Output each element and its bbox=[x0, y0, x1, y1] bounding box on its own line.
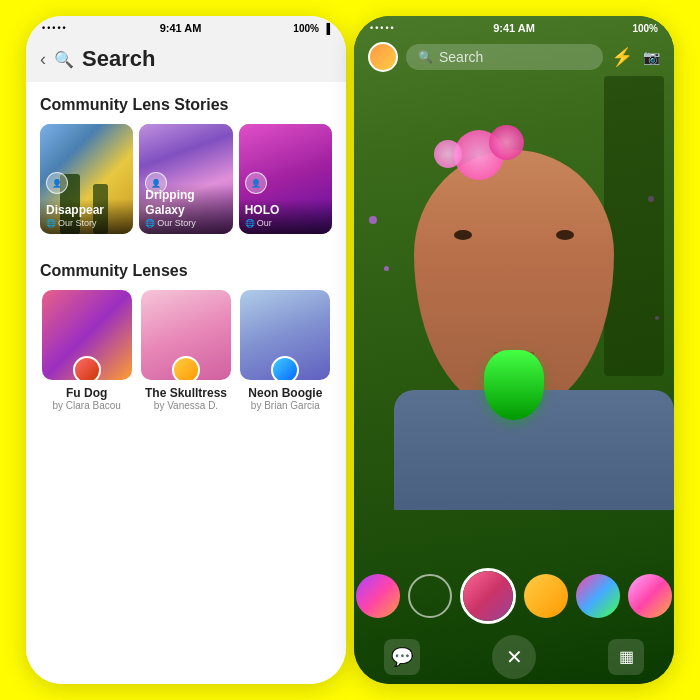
status-bar-right: ••••• 9:41 AM 100% bbox=[354, 16, 674, 38]
lenses-row: Fu Dog by Clara Bacou The Skulltress by … bbox=[26, 290, 346, 411]
story-sub-3: 🌐 Our bbox=[245, 218, 326, 228]
ar-drip-overlay bbox=[474, 350, 554, 430]
status-time-left: 9:41 AM bbox=[160, 22, 202, 34]
search-bar-right: 🔍 Search ⚡ 📷 bbox=[354, 38, 674, 80]
search-text-right: Search bbox=[439, 49, 483, 65]
chat-icon[interactable]: 💬 bbox=[384, 639, 420, 675]
lens-strip-item-active[interactable] bbox=[460, 568, 516, 624]
stories-row: 👤 Disappear 🌐 Our Story 👤 Dripping Ga bbox=[26, 124, 346, 248]
lens-card-fu-dog[interactable]: Fu Dog by Clara Bacou bbox=[40, 290, 133, 411]
battery-area-left: 100% ▐ bbox=[293, 23, 330, 34]
outer-container: ••••• 9:41 AM 100% ▐ ‹ 🔍 Search Communit… bbox=[4, 4, 696, 696]
battery-left: 100% bbox=[293, 23, 319, 34]
camera-face-area bbox=[364, 76, 664, 564]
lens-strip-item-1[interactable] bbox=[356, 574, 400, 618]
cancel-icon: ✕ bbox=[506, 645, 523, 669]
story-label-2: Dripping Galaxy 🌐 Our Story bbox=[139, 184, 232, 234]
back-arrow-icon[interactable]: ‹ bbox=[40, 49, 46, 70]
lens-badge-fu-dog bbox=[73, 356, 101, 380]
lens-strip-item-5[interactable] bbox=[576, 574, 620, 618]
lens-strip[interactable] bbox=[354, 568, 674, 624]
status-time-right: 9:41 AM bbox=[493, 22, 535, 34]
bottom-bar-right: 💬 ✕ ▦ bbox=[354, 629, 674, 684]
lens-name-skulltress: The Skulltress bbox=[145, 386, 227, 400]
search-bar-left: ‹ 🔍 Search bbox=[26, 38, 346, 82]
memories-symbol: ▦ bbox=[619, 647, 634, 666]
phone-left: ••••• 9:41 AM 100% ▐ ‹ 🔍 Search Communit… bbox=[26, 16, 346, 684]
lens-author-neon-boogie: by Brian Garcia bbox=[251, 400, 320, 411]
lens-author-skulltress: by Vanessa D. bbox=[154, 400, 218, 411]
lens-card-skulltress[interactable]: The Skulltress by Vanessa D. bbox=[139, 290, 232, 411]
signal-dots-right: ••••• bbox=[370, 23, 396, 33]
globe-icon-2: 🌐 bbox=[145, 219, 155, 228]
lens-strip-item-2[interactable] bbox=[408, 574, 452, 618]
globe-icon-1: 🌐 bbox=[46, 219, 56, 228]
lens-thumb-skulltress bbox=[141, 290, 231, 380]
lens-card-neon-boogie[interactable]: Neon Boogie by Brian Garcia bbox=[239, 290, 332, 411]
camera-flip-icon[interactable]: 📷 bbox=[643, 49, 660, 65]
lens-badge-neon-boogie bbox=[271, 356, 299, 380]
signal-dots: ••••• bbox=[42, 23, 68, 33]
globe-icon-3: 🌐 bbox=[245, 219, 255, 228]
top-icons-right: ⚡ 📷 bbox=[611, 46, 660, 68]
lens-name-fu-dog: Fu Dog bbox=[66, 386, 107, 400]
search-box-right[interactable]: 🔍 Search bbox=[406, 44, 603, 70]
status-bar-left: ••••• 9:41 AM 100% ▐ bbox=[26, 16, 346, 38]
lens-thumb-fu-dog bbox=[42, 290, 132, 380]
content-area-left: Community Lens Stories 👤 Disappear 🌐 Our… bbox=[26, 82, 346, 684]
search-label-left: Search bbox=[82, 46, 155, 72]
lens-thumb-neon-boogie bbox=[240, 290, 330, 380]
story-sub-1: 🌐 Our Story bbox=[46, 218, 127, 228]
story-name-1: Disappear bbox=[46, 203, 127, 217]
cancel-button[interactable]: ✕ bbox=[492, 635, 536, 679]
face-silhouette bbox=[394, 150, 634, 490]
lens-badge-skulltress bbox=[172, 356, 200, 380]
story-card-galaxy[interactable]: 👤 Dripping Galaxy 🌐 Our Story bbox=[139, 124, 232, 234]
story-label-1: Disappear 🌐 Our Story bbox=[40, 199, 133, 234]
search-icon-left: 🔍 bbox=[54, 50, 74, 69]
phone-right: ••••• 9:41 AM 100% 🔍 Search ⚡ 📷 bbox=[354, 16, 674, 684]
lens-strip-item-6[interactable] bbox=[628, 574, 672, 618]
battery-right: 100% bbox=[632, 23, 658, 34]
story-label-3: HOLO 🌐 Our bbox=[239, 199, 332, 234]
section-title-stories: Community Lens Stories bbox=[26, 82, 346, 124]
story-avatar-1: 👤 bbox=[46, 172, 68, 194]
story-avatar-3: 👤 bbox=[245, 172, 267, 194]
battery-icon-left: ▐ bbox=[323, 23, 330, 34]
flash-icon[interactable]: ⚡ bbox=[611, 46, 633, 68]
memories-button[interactable]: ▦ bbox=[608, 639, 644, 675]
lens-name-neon-boogie: Neon Boogie bbox=[248, 386, 322, 400]
search-icon-right: 🔍 bbox=[418, 50, 433, 64]
story-card-holo[interactable]: 👤 HOLO 🌐 Our bbox=[239, 124, 332, 234]
chat-symbol: 💬 bbox=[391, 646, 413, 668]
story-name-2: Dripping Galaxy bbox=[145, 188, 226, 217]
battery-area-right: 100% bbox=[632, 23, 658, 34]
story-sub-2: 🌐 Our Story bbox=[145, 218, 226, 228]
lens-strip-item-4[interactable] bbox=[524, 574, 568, 618]
lens-author-fu-dog: by Clara Bacou bbox=[52, 400, 120, 411]
story-card-disappear[interactable]: 👤 Disappear 🌐 Our Story bbox=[40, 124, 133, 234]
section-title-lenses: Community Lenses bbox=[26, 248, 346, 290]
story-name-3: HOLO bbox=[245, 203, 326, 217]
avatar-icon[interactable] bbox=[368, 42, 398, 72]
